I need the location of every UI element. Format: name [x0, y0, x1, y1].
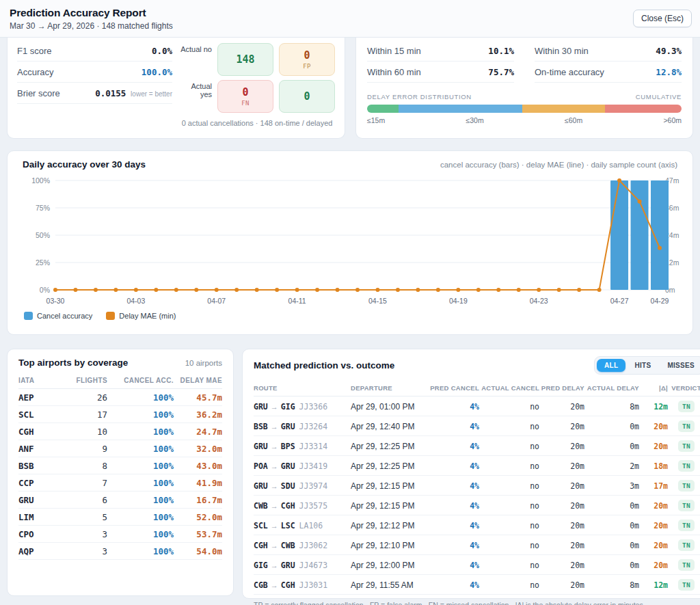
matched-delta: 20m — [639, 555, 668, 575]
actual-cancel-value: no — [530, 402, 539, 412]
delay-stat-value: 12.8% — [656, 67, 682, 77]
actual-delay-value: 0m — [630, 501, 639, 511]
matched-pred-cancel: 4% — [427, 416, 479, 436]
matched-departure: Apr 29, 12:15 PM — [351, 476, 427, 496]
legend-swatch — [106, 312, 115, 320]
airport-delay-mae: 43.0m — [174, 457, 222, 474]
matched-departure: Apr 29, 12:00 PM — [351, 555, 427, 575]
delta-value: 20m — [654, 561, 668, 570]
matched-route: CGH→CWBJJ3062 — [254, 535, 351, 555]
actual-cancel-value: no — [530, 461, 539, 471]
pred-cancel-value: 4% — [470, 521, 479, 530]
delta-value: 12m — [654, 402, 668, 412]
matched-delta: 12m — [639, 575, 668, 595]
flight-number: JJ3314 — [299, 442, 328, 451]
daily-chart-svg: 0%0m25%12m50%24m75%36m100%47m03-3004-030… — [16, 172, 684, 312]
matched-actual-cancel: no — [479, 456, 539, 476]
matched-delta: 17m — [639, 476, 668, 496]
matched-pred-delay: 20m — [539, 456, 584, 476]
chart-title: Daily accuracy over 30 days — [23, 159, 146, 170]
route-arrow-icon: → — [271, 482, 278, 490]
matched-pred-cancel: 4% — [427, 555, 479, 575]
airport-cancel-accuracy: 100% — [107, 509, 174, 526]
distribution-segment — [399, 105, 522, 113]
matched-column-header: ROUTE — [254, 379, 351, 396]
pred-delay-value: 20m — [570, 402, 584, 412]
airport-iata: AEP — [18, 389, 54, 406]
flight-number: JJ3974 — [299, 481, 328, 491]
delay-stat-label: On-time accuracy — [535, 67, 604, 77]
airport-iata: CPO — [18, 526, 54, 543]
chart-header: Daily accuracy over 30 days cancel accur… — [16, 158, 684, 170]
tab-hits[interactable]: HITS — [627, 359, 658, 372]
route-to: GIG — [281, 402, 295, 412]
matched-verdict: TN — [668, 416, 700, 436]
route-to: SDU — [281, 481, 295, 491]
matched-title: Matched prediction vs. outcome — [254, 360, 394, 371]
flight-number: JJ3264 — [299, 422, 328, 431]
route-arrow-icon: → — [271, 502, 278, 510]
matched-column-header: DEPARTURE — [351, 379, 427, 396]
matched-pred-delay: 20m — [539, 476, 584, 496]
pred-cancel-value: 4% — [470, 422, 479, 431]
report-subtitle: Mar 30 → Apr 29, 2026 · 148 matched flig… — [10, 21, 173, 31]
matched-pred-cancel: 4% — [427, 575, 479, 595]
metric-label: F1 score — [17, 46, 52, 56]
matched-actual-delay: 8m — [584, 396, 639, 416]
delay-stat-label: Within 60 min — [367, 67, 421, 77]
airport-cancel-accuracy: 100% — [107, 406, 174, 423]
matched-delta: 20m — [639, 535, 668, 555]
actual-cancel-value: no — [530, 521, 539, 530]
matched-actual-cancel: no — [479, 416, 539, 436]
confusion-cell-value: 0 — [304, 49, 310, 62]
metric-suffix: lower = better — [129, 90, 172, 98]
airport-delay-mae: 24.7m — [174, 423, 222, 440]
flight-number: JJ3419 — [299, 461, 328, 471]
pred-cancel-value: 4% — [470, 461, 479, 471]
matched-delta: 20m — [639, 515, 668, 535]
svg-text:04-07: 04-07 — [207, 297, 226, 305]
route-arrow-icon: → — [271, 462, 278, 470]
chart-subtitle: cancel accuracy (bars) · delay MAE (line… — [440, 161, 677, 169]
matched-pred-delay: 20m — [539, 396, 584, 416]
matched-actual-cancel: no — [479, 535, 539, 555]
matched-actual-delay: 0m — [584, 436, 639, 456]
tab-all[interactable]: ALL — [597, 359, 625, 372]
matched-departure: Apr 29, 12:25 PM — [351, 436, 427, 456]
route-from: POA — [254, 461, 268, 471]
matched-pred-cancel: 4% — [427, 396, 479, 416]
matched-route: GRU→GIGJJ3366 — [254, 396, 351, 416]
matched-actual-delay: 0m — [584, 535, 639, 555]
actual-cancel-value: no — [530, 561, 539, 570]
verdict-badge: TN — [678, 401, 695, 412]
flight-number: JJ3575 — [299, 501, 328, 511]
report-content: F1 score0.0%Accuracy100.0%Brier score0.0… — [0, 38, 700, 599]
matched-pred-delay: 20m — [539, 575, 584, 595]
airport-flights: 3 — [54, 526, 107, 543]
confusion-cell-good: 148 — [217, 43, 273, 76]
matched-pred-cancel: 4% — [427, 496, 479, 515]
actual-delay-value: 8m — [630, 402, 639, 412]
pred-delay-value: 20m — [570, 422, 584, 431]
distribution-cumulative-label: CUMULATIVE — [636, 93, 682, 100]
matched-delta: 20m — [639, 436, 668, 456]
chart-legend: Cancel accuracyDelay MAE (min) — [24, 312, 684, 320]
delay-distribution-labels: ≤15m≤30m≤60m>60m — [367, 116, 682, 124]
matched-actual-delay: 0m — [584, 555, 639, 575]
delay-accuracy-panel: Within 15 min10.1%Within 30 min49.3%With… — [355, 38, 693, 139]
route-from: CWB — [254, 501, 268, 511]
tab-misses[interactable]: MISSES — [660, 359, 700, 372]
route-arrow-icon: → — [271, 541, 278, 550]
actual-cancel-value: no — [530, 501, 539, 511]
matched-departure: Apr 29, 12:25 PM — [351, 456, 427, 476]
tables-row: Top airports by coverage 10 airports IAT… — [7, 349, 693, 599]
verdict-badge: TN — [678, 480, 695, 492]
matched-actual-delay: 0m — [584, 515, 639, 535]
actual-delay-value: 3m — [630, 481, 639, 491]
route-arrow-icon: → — [271, 581, 278, 589]
close-button[interactable]: Close (Esc) — [633, 10, 692, 27]
matched-route: BSB→GRUJJ3264 — [254, 416, 351, 436]
matched-verdict: TN — [668, 396, 700, 416]
flight-number: JJ3062 — [299, 541, 328, 550]
airport-delay-mae: 45.7m — [174, 389, 222, 406]
